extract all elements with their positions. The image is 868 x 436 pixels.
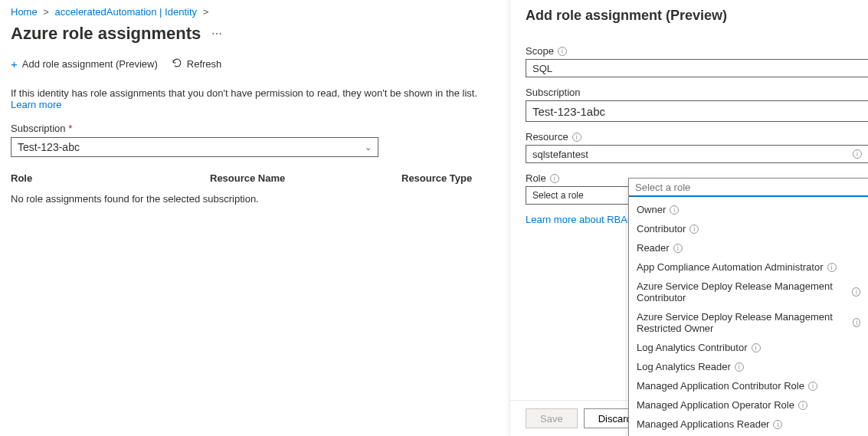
panel-title: Add role assignment (Preview): [526, 8, 868, 24]
info-icon[interactable]: i: [689, 225, 699, 234]
role-options-list: OwneriContributoriReaderiApp Compliance …: [629, 197, 868, 436]
info-icon[interactable]: i: [670, 205, 679, 215]
breadcrumb-separator: >: [203, 6, 209, 18]
role-option[interactable]: Readeri: [629, 238, 868, 257]
more-actions-button[interactable]: ⋯: [211, 28, 222, 40]
resource-select[interactable]: sqlstefantest i: [526, 145, 868, 163]
role-option-label: Managed Application Operator Role: [637, 399, 794, 411]
toolbar: + Add role assignment (Preview) Refresh: [11, 57, 499, 70]
breadcrumb: Home > acceleratedAutomation | Identity …: [11, 6, 499, 18]
role-option-label: Azure Service Deploy Release Management …: [637, 311, 849, 334]
info-icon[interactable]: i: [735, 362, 744, 372]
page-title-row: Azure role assignments ⋯: [11, 24, 499, 44]
no-results-text: No role assignments found for the select…: [11, 188, 499, 209]
plus-icon: +: [11, 58, 18, 70]
info-icon[interactable]: i: [808, 382, 817, 391]
role-option[interactable]: Owneri: [629, 200, 868, 219]
info-icon[interactable]: i: [673, 244, 683, 253]
info-icon[interactable]: i: [853, 318, 860, 327]
table-header: Role Resource Name Resource Type: [11, 168, 499, 188]
role-option[interactable]: Managed Application Operator Rolei: [629, 395, 868, 415]
info-icon[interactable]: i: [798, 401, 807, 410]
info-icon[interactable]: i: [773, 420, 782, 429]
role-option[interactable]: Managed Applications Readeri: [629, 415, 868, 434]
role-option-label: Managed Application Contributor Role: [637, 380, 804, 392]
add-role-label: Add role assignment (Preview): [22, 58, 158, 70]
scope-label: Scope i: [526, 45, 868, 57]
panel-subscription-value: Test-123-1abc: [532, 105, 862, 118]
subscription-value: Test-123-abc: [18, 141, 80, 153]
column-resource-name[interactable]: Resource Name: [210, 172, 401, 184]
info-icon[interactable]: i: [550, 174, 559, 183]
resource-label: Resource i: [526, 131, 868, 143]
role-option-label: Managed Applications Reader: [637, 418, 769, 430]
column-resource-type[interactable]: Resource Type: [401, 172, 499, 184]
role-option-label: Reader: [637, 242, 670, 254]
subscription-label: Subscription *: [11, 123, 499, 134]
refresh-button[interactable]: Refresh: [172, 57, 222, 70]
page-title: Azure role assignments: [11, 24, 201, 44]
info-icon[interactable]: i: [558, 47, 567, 56]
scope-value: SQL: [532, 63, 862, 74]
role-option-label: Log Analytics Contributor: [637, 342, 748, 353]
info-icon[interactable]: i: [572, 133, 581, 142]
column-role[interactable]: Role: [11, 172, 210, 184]
role-option[interactable]: Log Analytics Contributori: [629, 338, 868, 357]
main-content: Home > acceleratedAutomation | Identity …: [0, 0, 509, 215]
refresh-label: Refresh: [187, 58, 222, 70]
role-option[interactable]: Contributori: [629, 219, 868, 238]
panel-subscription-select[interactable]: Test-123-1abc: [526, 100, 868, 122]
role-option[interactable]: Log Analytics Readeri: [629, 357, 868, 376]
info-icon: i: [853, 149, 862, 159]
breadcrumb-home[interactable]: Home: [11, 6, 38, 18]
info-icon[interactable]: i: [852, 287, 860, 297]
refresh-icon: [172, 57, 182, 70]
info-icon[interactable]: i: [752, 343, 761, 352]
required-asterisk: *: [68, 123, 72, 134]
role-dropdown-flyout: OwneriContributoriReaderiApp Compliance …: [628, 178, 868, 436]
role-search-input[interactable]: [629, 179, 868, 197]
role-option-label: Log Analytics Reader: [637, 361, 731, 372]
role-option-label: Contributor: [637, 223, 686, 234]
save-button: Save: [526, 408, 578, 428]
learn-more-link[interactable]: Learn more: [11, 99, 61, 110]
role-option[interactable]: App Compliance Automation Administratori: [629, 257, 868, 277]
breadcrumb-identity[interactable]: acceleratedAutomation | Identity: [55, 6, 198, 18]
add-role-assignment-button[interactable]: + Add role assignment (Preview): [11, 58, 158, 70]
role-option-label: Azure Service Deploy Release Management …: [637, 280, 848, 303]
info-text: If this identity has role assignments th…: [11, 87, 499, 110]
info-icon[interactable]: i: [827, 263, 837, 272]
role-option-label: App Compliance Automation Administrator: [637, 261, 824, 273]
subscription-select[interactable]: Test-123-abc ⌄: [11, 137, 378, 157]
resource-value: sqlstefantest: [532, 149, 853, 160]
role-option[interactable]: Managed Application Contributor Rolei: [629, 376, 868, 395]
role-option[interactable]: Azure Service Deploy Release Management …: [629, 277, 868, 307]
chevron-down-icon: ⌄: [365, 143, 372, 152]
scope-select[interactable]: SQL: [526, 59, 868, 77]
role-option-label: Owner: [637, 204, 666, 215]
breadcrumb-separator: >: [43, 6, 49, 18]
panel-subscription-label: Subscription: [526, 87, 868, 98]
role-option[interactable]: Azure Service Deploy Release Management …: [629, 307, 868, 338]
